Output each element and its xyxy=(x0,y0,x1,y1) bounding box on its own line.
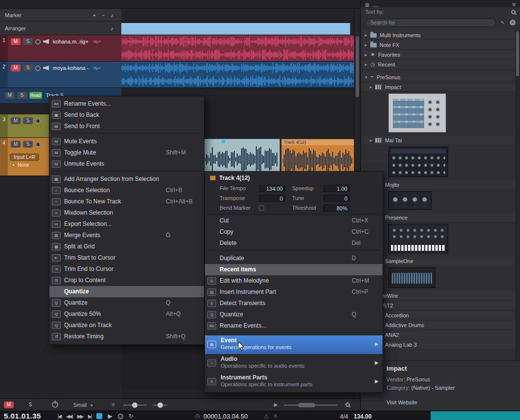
edit-pencil-icon[interactable]: ✎ xyxy=(499,20,506,25)
mojito-thumbnail[interactable] xyxy=(361,190,515,213)
menu-item[interactable]: M Toggle Mute Shift+M xyxy=(49,147,204,158)
add-marker-button[interactable]: + xyxy=(90,12,99,19)
plugin-thumbnail[interactable] xyxy=(388,147,448,177)
tree-item-rewire[interactable]: ▸ ReWire xyxy=(361,291,515,301)
solo-button[interactable]: S xyxy=(23,38,33,45)
menu-item[interactable]: Copy Ctrl+C xyxy=(205,226,383,238)
search-input[interactable] xyxy=(365,19,496,27)
menu-item[interactable]: Q Quantize 50% Alt+Q xyxy=(49,309,204,320)
horizontal-scrollbar-thumb[interactable] xyxy=(298,403,315,407)
menu-category-item[interactable]: ▤ Event General operations for events ▶ xyxy=(205,335,383,354)
expand-arrow-icon[interactable]: ▸ xyxy=(370,138,375,143)
tree-item-addictive-drums[interactable]: Addictive Drums xyxy=(361,320,515,330)
plugin-grid-icon[interactable]: ▦ xyxy=(363,2,371,7)
menu-item[interactable]: Q Quantize Q xyxy=(205,309,383,320)
tune-value[interactable]: 0 xyxy=(323,195,350,202)
arranger-lane[interactable] xyxy=(121,22,360,35)
record-button[interactable] xyxy=(118,414,123,419)
menu-item[interactable]: ⇥ Trim End to Cursor xyxy=(49,264,204,275)
split-tool[interactable] xyxy=(66,1,73,8)
presence-thumbnail[interactable] xyxy=(361,222,515,256)
menu-item[interactable]: ▣ Send to Back xyxy=(49,110,204,121)
remove-marker-button[interactable]: − xyxy=(99,12,108,19)
track-2-lane[interactable] xyxy=(121,62,360,88)
mute-button[interactable]: M xyxy=(5,92,15,99)
search-icon[interactable] xyxy=(511,10,516,14)
master-mute-button[interactable]: M xyxy=(4,401,14,408)
bend-tool[interactable] xyxy=(111,1,118,8)
record-arm-button[interactable] xyxy=(35,66,41,71)
arranger-music-icon[interactable]: ♪ xyxy=(108,25,116,32)
menu-category-item[interactable]: ‖ Instrument Parts Operations specific t… xyxy=(205,373,383,391)
size-dropdown[interactable]: Small▼ xyxy=(73,402,93,408)
menu-item[interactable]: Duplicate D xyxy=(205,253,383,264)
mai-tai-thumbnail[interactable] xyxy=(361,145,515,180)
menu-item[interactable]: Q Quantize on Track xyxy=(49,320,204,331)
menu-item[interactable]: ↦ Export Selection... xyxy=(49,219,204,230)
snap-icon[interactable] xyxy=(332,1,340,8)
clear-search-icon[interactable]: ✕ xyxy=(510,20,516,25)
tree-item-mojito[interactable]: Mojito xyxy=(361,180,515,190)
listen-tool[interactable] xyxy=(122,1,130,8)
track-1-lane[interactable] xyxy=(121,35,360,62)
solo-button[interactable]: S xyxy=(23,65,33,71)
marker-music-icon[interactable]: ♪ xyxy=(108,12,116,19)
tempo-display[interactable]: 134.00 xyxy=(354,413,372,420)
solo-button[interactable]: S xyxy=(23,141,33,148)
track-2[interactable]: 2 M S moya-kohana - xyxy=(0,62,121,88)
plugin-thumbnail[interactable] xyxy=(388,224,448,253)
menu-item[interactable]: Ab Rename Events... xyxy=(49,98,204,110)
slider-knob[interactable] xyxy=(132,402,137,408)
file-tempo-value[interactable]: 134.00 xyxy=(259,185,285,192)
menu-item[interactable]: ▥ Merge Events G xyxy=(49,230,204,241)
mute-button[interactable]: M xyxy=(11,141,21,148)
menu-item[interactable]: ⊡ Crop to Content xyxy=(49,275,204,286)
rewind-button[interactable]: ◀◀ xyxy=(66,414,71,419)
browser-tab[interactable] xyxy=(406,6,412,7)
list-menu-icon[interactable]: ≡ xyxy=(112,401,114,407)
impact-thumbnail[interactable] xyxy=(361,92,515,135)
go-to-start-button[interactable]: |◀ xyxy=(58,414,61,419)
menu-item[interactable]: M Mute Events xyxy=(49,136,204,147)
mute-button[interactable]: M xyxy=(11,65,21,71)
pan-slider[interactable] xyxy=(153,404,167,406)
precount-icon[interactable]: ≡ xyxy=(274,413,277,419)
output-selector[interactable]: None xyxy=(10,162,39,168)
zoom-icon[interactable] xyxy=(345,402,350,407)
time-signature[interactable]: 4/4 xyxy=(340,413,348,420)
browser-tab[interactable] xyxy=(397,6,404,7)
sampleone-thumbnail[interactable] xyxy=(361,266,515,291)
tree-item-sampleone[interactable]: SampleOne xyxy=(361,256,515,266)
menu-item[interactable]: Recent items xyxy=(205,264,383,275)
visit-website-link[interactable]: Visit Website xyxy=(386,399,417,405)
mute-tool[interactable] xyxy=(99,1,107,8)
master-solo-button[interactable]: S xyxy=(25,401,35,408)
input-selector[interactable]: Input L+R xyxy=(10,154,39,161)
record-arm-button[interactable] xyxy=(35,142,41,147)
marker-lane[interactable] xyxy=(121,9,360,22)
stop-button[interactable] xyxy=(96,413,102,419)
play-button[interactable]: ▶ xyxy=(108,413,112,420)
menu-category-item[interactable]: ~ Audio Operations specific to audio eve… xyxy=(205,354,383,373)
paint-tool[interactable] xyxy=(88,1,96,8)
eraser-tool[interactable] xyxy=(77,1,85,8)
menu-item[interactable]: ≈ Mixdown Selection xyxy=(49,207,204,219)
expand-arrow-icon[interactable]: ▸ xyxy=(370,85,375,89)
event-handle[interactable] xyxy=(222,140,225,143)
menu-item[interactable]: ~ Bounce Selection Ctrl+B xyxy=(49,185,204,196)
tree-item-favorites[interactable]: ▸ Favorites xyxy=(361,50,515,60)
expand-arrow-icon[interactable]: ▾ xyxy=(365,75,370,80)
tree-item-vst2[interactable]: ▾ VST2 xyxy=(361,301,515,310)
tree-item-analog-lab-3[interactable]: Analog Lab 3 xyxy=(361,340,515,350)
range-tool[interactable] xyxy=(54,1,62,8)
menu-item[interactable]: ▤ Send to Front xyxy=(49,121,204,132)
menu-item[interactable]: ↺ Restore Timing Shift+Q xyxy=(49,331,204,342)
wrench-icon[interactable]: ⚒ xyxy=(510,2,518,7)
solo-button[interactable]: S xyxy=(23,117,33,124)
browser-tab[interactable] xyxy=(372,6,379,7)
tree-item-mai-tai[interactable]: ▸ Mai Tai xyxy=(361,135,515,145)
position-display[interactable]: 00001.03.04.50 xyxy=(203,413,248,420)
tree-item-impact[interactable]: ▸ Impact xyxy=(361,82,515,92)
browser-tab[interactable] xyxy=(414,6,421,7)
mute-button[interactable]: M xyxy=(11,38,21,45)
